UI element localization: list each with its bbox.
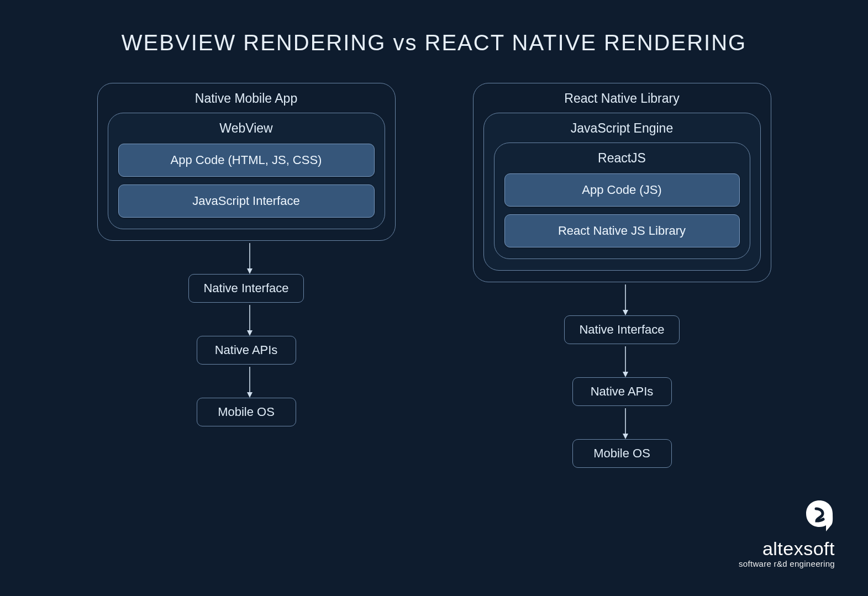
react-native-library-box: React Native Library JavaScript Engine R… <box>473 83 771 282</box>
svg-marker-1 <box>247 268 252 274</box>
svg-marker-7 <box>623 310 628 315</box>
svg-marker-9 <box>623 372 628 377</box>
react-native-library-label: React Native Library <box>483 91 761 106</box>
arrow-icon <box>622 346 623 375</box>
react-native-column: React Native Library JavaScript Engine R… <box>473 83 771 468</box>
native-interface-box: Native Interface <box>564 315 679 344</box>
brand-name: altexsoft <box>739 539 835 558</box>
native-mobile-app-box: Native Mobile App WebView App Code (HTML… <box>97 83 396 241</box>
page-title: WEBVIEW RENDERING vs REACT NATIVE RENDER… <box>0 0 868 55</box>
native-mobile-app-label: Native Mobile App <box>108 91 385 106</box>
diagram-columns: Native Mobile App WebView App Code (HTML… <box>0 83 868 468</box>
app-code-box: App Code (HTML, JS, CSS) <box>118 144 375 177</box>
svg-marker-11 <box>623 434 628 439</box>
brand-tagline: software r&d engineering <box>739 559 835 568</box>
reactjs-box: ReactJS App Code (JS) React Native JS Li… <box>494 143 750 259</box>
arrow-icon <box>246 243 247 272</box>
webview-label: WebView <box>118 121 375 136</box>
webview-box: WebView App Code (HTML, JS, CSS) JavaScr… <box>108 113 385 229</box>
javascript-engine-box: JavaScript Engine ReactJS App Code (JS) … <box>483 113 761 271</box>
brand-logo: altexsoft software r&d engineering <box>739 499 835 568</box>
javascript-engine-label: JavaScript Engine <box>494 121 750 136</box>
native-apis-box: Native APIs <box>572 377 672 406</box>
mobile-os-box: Mobile OS <box>572 439 672 468</box>
mobile-os-box: Mobile OS <box>197 398 296 426</box>
reactjs-label: ReactJS <box>504 151 740 166</box>
arrow-icon <box>246 305 247 334</box>
arrow-icon <box>622 284 623 313</box>
app-code-js-box: App Code (JS) <box>504 173 740 207</box>
arrow-icon <box>246 367 247 395</box>
svg-marker-5 <box>247 392 252 398</box>
logo-icon <box>804 499 835 535</box>
native-interface-box: Native Interface <box>188 274 303 303</box>
react-native-js-library-box: React Native JS Library <box>504 214 740 247</box>
native-apis-box: Native APIs <box>197 336 296 365</box>
webview-column: Native Mobile App WebView App Code (HTML… <box>97 83 396 468</box>
javascript-interface-box: JavaScript Interface <box>118 184 375 218</box>
arrow-icon <box>622 408 623 437</box>
svg-marker-3 <box>247 330 252 336</box>
